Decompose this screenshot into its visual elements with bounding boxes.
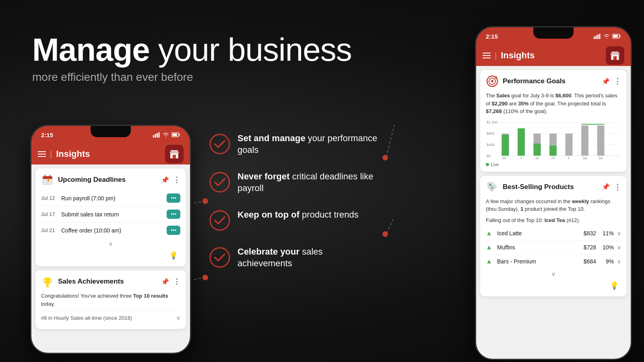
product-chevron-2[interactable]: ∨ <box>617 244 621 251</box>
show-more-deadlines[interactable]: ∨ <box>41 238 180 249</box>
hamburger-icon-left[interactable] <box>38 151 46 157</box>
check-circle-icon-4 <box>209 247 230 268</box>
svg-rect-5 <box>155 134 156 138</box>
hero-section: Manage your business more efficiently th… <box>32 32 362 84</box>
upcoming-deadlines-card: Upcoming Deadlines 📌 ⋮ Jul 12 Run payrol… <box>35 169 186 266</box>
status-time-right: 2:15 <box>486 33 498 40</box>
svg-rect-45 <box>534 144 541 156</box>
deadlines-title: Upcoming Deadlines <box>58 176 157 184</box>
product-chevron-1[interactable]: ∨ <box>617 230 621 237</box>
tag-icon <box>486 181 499 193</box>
product-row-1: ▲ Iced Latte $832 11% ∨ <box>486 226 621 241</box>
pin-icon-products: 📌 <box>602 183 610 191</box>
phone-left: 2:15 | Insights <box>30 125 191 354</box>
pin-icon-deadlines: 📌 <box>161 176 169 184</box>
chart-legend: Live <box>486 162 621 167</box>
store-icon-right[interactable] <box>606 46 624 65</box>
more-icon-perf[interactable]: ⋮ <box>614 77 621 86</box>
nav-bar-left: | Insights <box>31 144 190 165</box>
deadline-date-2: Jul 17 <box>41 211 58 217</box>
check-circle-icon-3 <box>209 210 230 231</box>
svg-text:$400: $400 <box>487 142 495 146</box>
hamburger-icon-right[interactable] <box>483 53 491 58</box>
lightbulb-icon-products: 💡 <box>486 280 621 292</box>
svg-text:F: F <box>568 156 570 159</box>
features-list: Set and manage your performance goals Ne… <box>209 133 378 285</box>
more-icon-products[interactable]: ⋮ <box>614 183 621 191</box>
phone-screen-left: Upcoming Deadlines 📌 ⋮ Jul 12 Run payrol… <box>31 165 190 353</box>
product-name-2: Muffins <box>497 244 575 251</box>
up-arrow-1: ▲ <box>486 230 494 237</box>
svg-point-0 <box>210 134 229 154</box>
achievement-chevron[interactable]: ∨ <box>176 315 180 321</box>
status-time-left: 2:15 <box>41 132 53 138</box>
product-value-3: $684 <box>578 258 596 265</box>
sales-achievements-card: Sales Achievements 📌 ⋮ Congratulations! … <box>35 270 186 329</box>
trophy-icon <box>41 275 54 288</box>
svg-text:Th: Th <box>551 156 555 159</box>
product-name-1: Iced Latte <box>497 230 575 237</box>
deadline-btn-2[interactable]: ••• <box>167 210 180 219</box>
svg-rect-41 <box>502 135 509 156</box>
svg-text:$0: $0 <box>487 154 491 158</box>
deadline-date-3: Jul 21 <box>41 227 58 233</box>
deadline-btn-3[interactable]: ••• <box>167 226 180 235</box>
more-icon-deadlines[interactable]: ⋮ <box>173 175 180 184</box>
deadline-text-3: Coffee order (10:00 am) <box>61 227 163 234</box>
svg-text:$1,200: $1,200 <box>487 120 497 124</box>
achievement-body: Congratulations! You've achieved three T… <box>41 292 180 308</box>
deadline-text-1: Run payroll (7:00 pm) <box>61 195 163 202</box>
svg-rect-21 <box>597 35 599 39</box>
performance-goals-card: Performance Goals 📌 ⋮ The Sales goal for… <box>480 70 627 172</box>
svg-rect-6 <box>157 133 158 138</box>
phone-screen-right: Performance Goals 📌 ⋮ The Sales goal for… <box>476 66 631 359</box>
deadline-btn-1[interactable]: ••• <box>167 193 180 203</box>
deadline-row-1: Jul 12 Run payroll (7:00 pm) ••• <box>41 190 180 206</box>
performance-chart: $1,200 $800 $400 $0 <box>486 119 621 160</box>
product-pct-3: 9% <box>599 258 614 265</box>
product-pct-2: 10% <box>599 244 614 251</box>
nav-title-left: Insights <box>56 149 161 159</box>
up-arrow-3: ▲ <box>486 258 494 265</box>
svg-point-59 <box>489 184 491 186</box>
svg-text:Sa: Sa <box>583 156 587 159</box>
svg-text:$800: $800 <box>487 131 495 135</box>
svg-rect-10 <box>179 134 180 136</box>
svg-rect-17 <box>47 285 48 286</box>
hero-title: Manage your business <box>32 32 362 68</box>
perf-goals-title: Performance Goals <box>503 77 598 85</box>
svg-rect-27 <box>613 56 617 60</box>
svg-rect-25 <box>620 35 621 37</box>
deadline-row-2: Jul 17 Submit sales tax return ••• <box>41 206 180 222</box>
show-more-products[interactable]: ∨ <box>486 268 621 280</box>
svg-rect-7 <box>159 132 160 138</box>
phone-right: 2:15 | Insights <box>475 26 632 360</box>
best-selling-falling: Falling out of the Top 10: Iced Tea (#12… <box>486 217 621 223</box>
svg-point-1 <box>210 173 229 192</box>
svg-rect-43 <box>518 128 525 156</box>
svg-rect-14 <box>43 176 52 179</box>
perf-goals-text: The Sales goal for July 3-9 is $6,600. T… <box>486 92 621 115</box>
svg-rect-47 <box>549 146 557 156</box>
store-icon-left[interactable] <box>165 145 184 163</box>
product-chevron-3[interactable]: ∨ <box>617 258 621 265</box>
svg-text:T: T <box>520 156 522 159</box>
hero-subtitle: more efficiently than ever before <box>32 71 362 84</box>
feature-goals: Set and manage your performance goals <box>209 133 378 156</box>
status-bar-right: 2:15 <box>476 27 631 45</box>
achievement-label-1: #8 in Hourly Sales all-time (since 2018) <box>41 315 132 321</box>
svg-rect-4 <box>153 135 154 138</box>
svg-rect-22 <box>599 34 601 39</box>
deadline-row-3: Jul 21 Coffee order (10:00 am) ••• <box>41 222 180 238</box>
achievement-row-1: #8 in Hourly Sales all-time (since 2018)… <box>41 311 180 324</box>
svg-rect-18 <box>45 286 50 287</box>
svg-point-3 <box>210 248 229 267</box>
achievements-title: Sales Achievements <box>58 278 157 286</box>
status-bar-left: 2:15 <box>31 126 190 144</box>
svg-rect-24 <box>613 35 618 37</box>
product-name-3: Bars - Premium <box>497 258 575 265</box>
deadline-text-2: Submit sales tax return <box>61 211 163 218</box>
svg-text:W: W <box>535 156 539 159</box>
more-icon-achievements[interactable]: ⋮ <box>173 277 180 286</box>
svg-rect-12 <box>173 155 176 158</box>
